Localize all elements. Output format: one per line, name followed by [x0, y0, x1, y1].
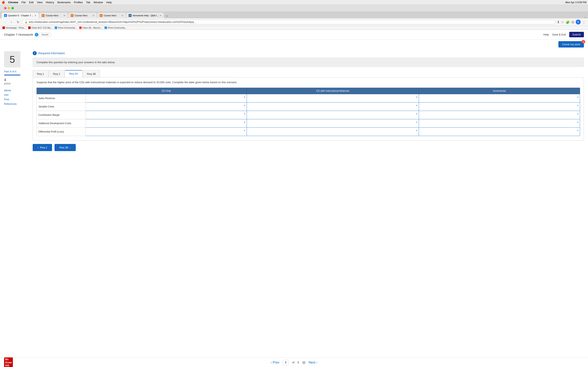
- apple-menu[interactable]: 🍎: [2, 1, 5, 4]
- additional-dev-costs-incremental-input[interactable]: [421, 123, 578, 126]
- part-label: Part 4: [4, 70, 11, 73]
- menubar-bookmarks[interactable]: Bookmarks: [57, 1, 71, 4]
- footer-prev-button[interactable]: ‹ Prev: [271, 361, 279, 364]
- contribution-margin-cd-instructional-input[interactable]: [249, 115, 417, 118]
- differential-profit-cd-only-input[interactable]: [87, 132, 245, 134]
- bookmark-2[interactable]: Class ACC 212 Ma...: [28, 26, 52, 29]
- sales-revenue-cd-only-input[interactable]: [87, 98, 245, 101]
- menu-button[interactable]: ⋮: [582, 20, 586, 24]
- tab-close-3[interactable]: ×: [93, 14, 94, 17]
- question-content: Suppose that the higher price of the CDs…: [33, 77, 584, 141]
- menubar-profiles[interactable]: Profiles: [74, 1, 83, 4]
- sales-revenue-cd-instructional-cell[interactable]: ◂: [247, 94, 419, 102]
- address-bar[interactable]: 🔒 ezto.mheducation.com/ext/map/index.htm…: [22, 20, 555, 24]
- bookmark-button[interactable]: ☆: [561, 20, 564, 24]
- minimize-window-button[interactable]: [8, 7, 10, 9]
- additional-dev-costs-cd-only-cell[interactable]: ◂: [86, 119, 247, 127]
- additional-dev-costs-cd-only-input[interactable]: [87, 123, 245, 126]
- tab-close-4[interactable]: ×: [122, 14, 123, 17]
- extensions-button[interactable]: 🧩: [566, 20, 570, 24]
- print-link[interactable]: Print: [4, 98, 29, 101]
- browser-tab-5[interactable]: H Homework Help - Q&A f... ×: [126, 13, 164, 18]
- variable-costs-cd-only-cell[interactable]: ◂: [86, 102, 247, 111]
- menubar-chrome[interactable]: Chrome: [8, 1, 18, 4]
- submit-button[interactable]: Submit: [569, 32, 584, 37]
- browser-tab-2[interactable]: C Course Hero ×: [39, 13, 68, 18]
- variable-costs-incremental-cell[interactable]: ◂: [419, 102, 580, 111]
- variable-costs-incremental-input[interactable]: [421, 107, 578, 109]
- contribution-margin-cd-only-input[interactable]: [87, 115, 245, 118]
- sales-revenue-incremental-cell[interactable]: ◂: [419, 94, 580, 102]
- differential-profit-cd-only-cell[interactable]: ◂: [86, 127, 247, 136]
- menubar-view[interactable]: View: [37, 1, 43, 4]
- additional-dev-costs-cd-instructional-input[interactable]: [249, 123, 417, 126]
- contribution-margin-cd-instructional-cell[interactable]: ◂: [247, 111, 419, 119]
- menubar-help[interactable]: Help: [106, 1, 112, 4]
- corner-marker-10: ◂: [244, 121, 245, 123]
- hint-link[interactable]: Hint: [4, 94, 29, 96]
- required-info-icon: i: [33, 51, 37, 55]
- maximize-window-button[interactable]: [11, 7, 14, 9]
- save-exit-button[interactable]: Save & Exit: [552, 33, 566, 36]
- forward-button[interactable]: ›: [9, 20, 14, 24]
- tab-favicon-1: Q: [4, 14, 7, 17]
- menubar-tab[interactable]: Tab: [86, 1, 90, 4]
- refresh-button[interactable]: ↻: [16, 20, 20, 24]
- contribution-margin-incremental-cell[interactable]: ◂: [419, 111, 580, 119]
- menubar-history[interactable]: History: [46, 1, 54, 4]
- bookmark-1[interactable]: Homepage - Pima...: [2, 26, 26, 29]
- differential-profit-cd-instructional-input[interactable]: [249, 132, 417, 134]
- share-button[interactable]: ⬆: [557, 20, 560, 24]
- tab-req3a[interactable]: Req 3A: [65, 70, 82, 77]
- browser-tab-active[interactable]: Q Question 5 - Chapter 7 ... ×: [2, 13, 39, 18]
- new-tab-button[interactable]: +: [164, 14, 170, 18]
- tab-title-2: Course Hero: [46, 14, 62, 17]
- footer-next-button[interactable]: Next ›: [309, 361, 318, 364]
- tab-close-5[interactable]: ×: [160, 14, 161, 17]
- contribution-margin-cd-only-cell[interactable]: ◂: [86, 111, 247, 119]
- sales-revenue-cd-only-cell[interactable]: ◂: [86, 94, 247, 102]
- browser-tab-4[interactable]: C Course Hero ×: [97, 13, 126, 18]
- prev-req-button[interactable]: ‹ Req 2: [33, 144, 52, 151]
- differential-profit-incremental-cell[interactable]: ◂: [419, 127, 580, 136]
- tab-req2[interactable]: Req 2: [49, 70, 65, 77]
- tab-close-2[interactable]: ×: [64, 14, 65, 17]
- tab-close-1[interactable]: ×: [35, 14, 36, 17]
- differential-profit-cd-instructional-cell[interactable]: ◂: [247, 127, 419, 136]
- corner-marker-8: ◂: [416, 113, 417, 115]
- variable-costs-cd-only-input[interactable]: [87, 107, 245, 109]
- bookmark-3[interactable]: Pima Community...: [55, 26, 77, 29]
- browser-tab-3[interactable]: C Course Hero ×: [68, 13, 97, 18]
- additional-dev-costs-incremental-cell[interactable]: ◂: [419, 119, 580, 127]
- tab-req3b[interactable]: Req 3B: [83, 70, 100, 77]
- info-icon[interactable]: i: [35, 33, 38, 36]
- table-header-cd-only: CD Only: [86, 88, 247, 94]
- sidebar-button[interactable]: ⊟: [571, 20, 574, 24]
- tab-title-1: Question 5 - Chapter 7 ...: [8, 14, 34, 17]
- references-link[interactable]: References: [4, 103, 29, 105]
- help-link[interactable]: Help: [544, 33, 549, 36]
- close-window-button[interactable]: [4, 7, 7, 9]
- bookmark-5[interactable]: Pima Community...: [104, 26, 127, 29]
- differential-profit-incremental-input[interactable]: [421, 132, 578, 134]
- tab-list-button[interactable]: ⌄: [584, 15, 586, 18]
- grid-view-button[interactable]: ⊞: [302, 360, 305, 365]
- bookmark-4[interactable]: Inbox (6) - bburns...: [79, 26, 102, 29]
- ebook-link[interactable]: eBook: [4, 89, 29, 92]
- menubar-window[interactable]: Window: [94, 1, 103, 4]
- back-button[interactable]: ‹: [2, 20, 7, 24]
- tab-req1[interactable]: Req 1: [33, 70, 48, 77]
- variable-costs-cd-instructional-cell[interactable]: ◂: [247, 102, 419, 111]
- additional-dev-costs-cd-instructional-cell[interactable]: ◂: [247, 119, 419, 127]
- bookmark-label-4: Inbox (6) - bburns...: [82, 26, 102, 29]
- sales-revenue-incremental-input[interactable]: [421, 98, 578, 101]
- contribution-margin-incremental-input[interactable]: [421, 115, 578, 118]
- variable-costs-cd-instructional-input[interactable]: [249, 107, 417, 109]
- check-my-work-button[interactable]: Check my work 1: [558, 41, 584, 48]
- profile-button[interactable]: B: [576, 20, 581, 25]
- sales-revenue-cd-instructional-input[interactable]: [249, 98, 417, 101]
- next-req-button[interactable]: Req 3B ›: [54, 144, 76, 151]
- menubar-file[interactable]: File: [21, 1, 26, 4]
- menubar-edit[interactable]: Edit: [29, 1, 34, 4]
- browser-tabs-bar: Q Question 5 - Chapter 7 ... × C Course …: [0, 11, 588, 18]
